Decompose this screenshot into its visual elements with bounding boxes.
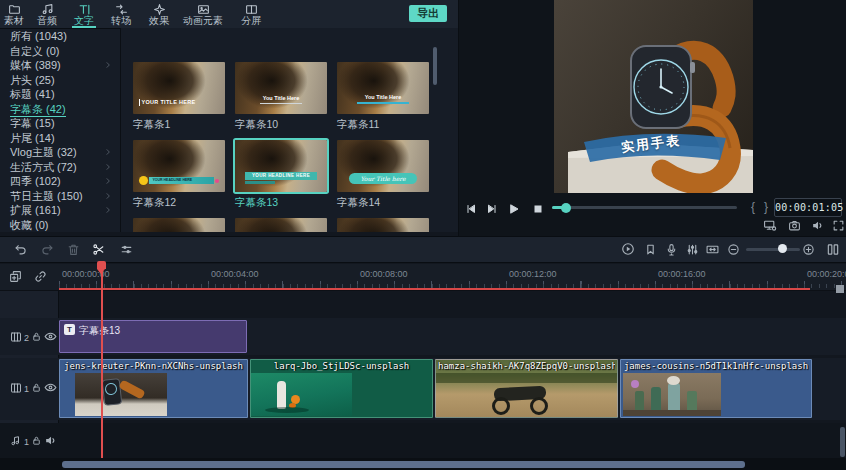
next-frame-button[interactable]	[486, 201, 498, 213]
split-clip-icon[interactable]	[92, 243, 105, 256]
snapshot-icon[interactable]	[788, 219, 801, 232]
folder-icon	[8, 2, 21, 15]
sidebar-item-expansion[interactable]: 扩展 (161)	[0, 203, 120, 218]
volume-icon[interactable]	[811, 219, 824, 232]
play-button[interactable]	[508, 201, 520, 213]
audio-mixer-icon[interactable]	[686, 243, 699, 256]
sidebar-item-lifestyle[interactable]: 生活方式 (72)	[0, 160, 120, 175]
title-clip-label: 字幕条13	[79, 324, 120, 338]
range-end-marker[interactable]	[836, 285, 844, 293]
fullscreen-icon[interactable]	[832, 219, 845, 232]
library-scrollbar[interactable]	[433, 47, 437, 85]
clip-name: james-cousins-n5dT1k1nHfc-unsplash	[623, 361, 809, 371]
timecode-display: 00:00:01:05	[774, 198, 842, 217]
sidebar-item-holiday[interactable]: 节日主题 (150)	[0, 189, 120, 204]
audio-track-lane[interactable]	[0, 423, 846, 458]
library-item-partial[interactable]	[235, 218, 327, 232]
tab-audio[interactable]: 音频	[33, 0, 61, 28]
video-clip-2[interactable]: larq-Jbo_StjLDSc-unsplash	[250, 359, 433, 418]
video-clip-3[interactable]: hamza-shaikh-AK7q8ZEpqV0-unsplash	[435, 359, 618, 418]
redo-icon[interactable]	[41, 243, 54, 256]
timeline-zoom-handle[interactable]	[778, 244, 787, 253]
delete-icon[interactable]	[67, 243, 80, 256]
title-clip[interactable]: T 字幕条13	[59, 320, 247, 353]
sidebar-item-all[interactable]: 所有 (1043)	[0, 29, 120, 44]
lock-track-icon[interactable]	[31, 331, 42, 342]
vertical-scrollbar[interactable]	[840, 427, 845, 457]
toggle-visibility-icon[interactable]	[44, 381, 57, 394]
tab-splitscreen[interactable]: 分屏	[237, 0, 265, 28]
template-thumbnail[interactable]: YOUR TITLE HERE	[133, 62, 225, 114]
lock-track-icon[interactable]	[31, 382, 42, 393]
tab-text[interactable]: 文字	[70, 0, 98, 28]
filmora-app-window: 素材 音频 文字 转场 效果 动画元素 分屏 导出 所有 (1043)	[0, 0, 846, 470]
zoom-in-icon[interactable]	[802, 243, 815, 256]
template-name: 字幕条12	[133, 196, 225, 210]
mark-in-button[interactable]: {	[751, 200, 755, 214]
library-item-14[interactable]: Your Title here 字幕条14	[337, 140, 429, 210]
seek-handle[interactable]	[561, 203, 571, 213]
sidebar-item-media[interactable]: 媒体 (389)	[0, 58, 120, 73]
undo-icon[interactable]	[14, 243, 27, 256]
tab-effects[interactable]: 效果	[145, 0, 173, 28]
thumbnail-overlay-text: YOUR HEADLINE HERE	[245, 172, 317, 184]
template-thumbnail[interactable]: YOUR HEADLINE HERE	[235, 140, 327, 192]
template-thumbnail[interactable]: You Title Here	[337, 62, 429, 114]
playhead-line[interactable]	[101, 263, 103, 458]
template-thumbnail[interactable]: Your Title here	[337, 140, 429, 192]
library-item-13-selected[interactable]: YOUR HEADLINE HERE 字幕条13	[235, 140, 327, 210]
thumbnail-overlay-text: YOUR TITLE HERE	[139, 99, 196, 106]
adjust-icon[interactable]	[120, 243, 133, 256]
tab-elements[interactable]: 动画元素	[180, 0, 226, 28]
record-voiceover-icon[interactable]	[665, 243, 678, 256]
render-preview-icon[interactable]	[621, 242, 635, 256]
ruler-label: 00:00:04:00	[211, 269, 259, 279]
toggle-visibility-icon[interactable]	[44, 330, 57, 343]
stop-button[interactable]	[532, 201, 544, 213]
export-button[interactable]: 导出	[409, 5, 447, 22]
sidebar-item-vlog[interactable]: Vlog主题 (32)	[0, 145, 120, 160]
track-view-toggle-icon[interactable]	[826, 242, 840, 257]
library-item-10[interactable]: You Title Here 字幕条10	[235, 62, 327, 132]
library-item-partial[interactable]	[337, 218, 429, 232]
timeline-zoom-slider[interactable]	[746, 248, 800, 251]
template-thumbnail[interactable]: YOUR HEADLINE HERE	[133, 140, 225, 192]
tab-label: 分屏	[237, 15, 265, 26]
playhead-handle[interactable]	[97, 261, 106, 269]
lock-track-icon[interactable]	[31, 435, 42, 446]
tab-media[interactable]: 素材	[0, 0, 28, 28]
library-item-partial[interactable]	[133, 218, 225, 232]
library-item-12[interactable]: YOUR HEADLINE HERE 字幕条12	[133, 140, 225, 210]
video-clip-4[interactable]: james-cousins-n5dT1k1nHfc-unsplash	[620, 359, 812, 418]
mute-track-icon[interactable]	[44, 434, 57, 447]
zoom-out-icon[interactable]	[727, 243, 740, 256]
template-thumbnail[interactable]: You Title Here	[235, 62, 327, 114]
watch-photo	[554, 0, 753, 193]
sidebar-item-seasons[interactable]: 四季 (102)	[0, 174, 120, 189]
library-item-11[interactable]: You Title Here 字幕条11	[337, 62, 429, 132]
video-clip-1[interactable]: jens-kreuter-PKnn-nXCNhs-unsplash	[59, 359, 248, 418]
sidebar-item-custom[interactable]: 自定义 (0)	[0, 44, 120, 59]
previous-frame-button[interactable]	[465, 201, 477, 213]
auto-ripple-icon[interactable]	[34, 270, 47, 283]
timeline-ruler[interactable]: 00:00:00:00 00:00:04:00 00:00:08:00 00:0…	[0, 264, 846, 291]
sidebar-item-favorites[interactable]: 收藏 (0)	[0, 218, 120, 233]
manage-tracks-icon[interactable]	[9, 270, 22, 283]
fit-timeline-icon[interactable]	[705, 243, 720, 256]
marker-icon[interactable]	[644, 243, 657, 256]
preview-stage[interactable]: 实用手表	[554, 0, 753, 193]
split-screen-icon	[245, 2, 258, 15]
sidebar-item-titles[interactable]: 标题 (41)	[0, 87, 120, 102]
category-sidebar: 所有 (1043) 自定义 (0) 媒体 (389) 片头 (25) 标题 (4…	[0, 29, 120, 232]
tab-transition[interactable]: 转场	[107, 0, 135, 28]
sidebar-item-openers[interactable]: 片头 (25)	[0, 73, 120, 88]
display-settings-icon[interactable]	[763, 219, 777, 232]
sidebar-item-lower-thirds[interactable]: 字幕条 (42)	[0, 102, 120, 117]
top-toolbar: 素材 音频 文字 转场 效果 动画元素 分屏 导出	[0, 0, 458, 29]
mark-out-button[interactable]: }	[764, 200, 768, 214]
seek-bar[interactable]	[552, 206, 737, 209]
horizontal-scrollbar[interactable]	[62, 461, 745, 468]
sidebar-item-subtitles[interactable]: 字幕 (15)	[0, 116, 120, 131]
sidebar-item-end-credits[interactable]: 片尾 (14)	[0, 131, 120, 146]
library-item-1[interactable]: YOUR TITLE HERE 字幕条1	[133, 62, 225, 132]
